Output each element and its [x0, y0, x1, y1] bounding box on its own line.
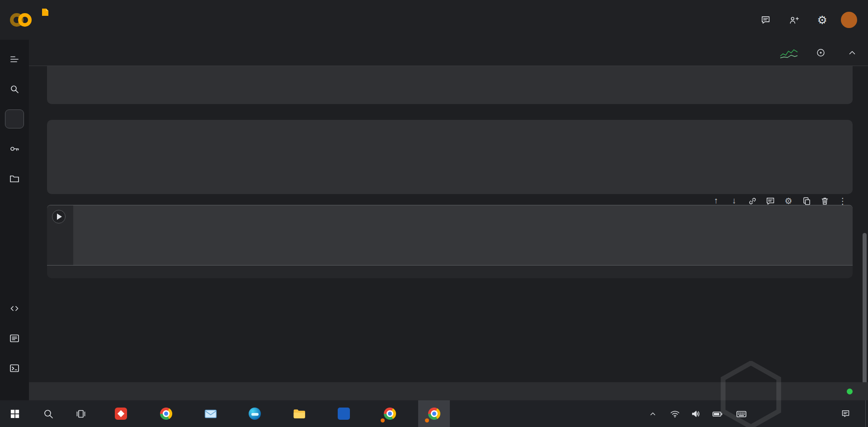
- notification-badge: [381, 418, 385, 422]
- start-button[interactable]: [2, 400, 28, 427]
- header: ⚙: [0, 0, 868, 40]
- left-sidebar: [0, 40, 29, 400]
- cell-settings-gear-button[interactable]: ⚙: [783, 194, 794, 208]
- code-editor[interactable]: [73, 66, 853, 104]
- notebook-toolbar: [29, 40, 868, 66]
- code-editor[interactable]: [73, 120, 853, 194]
- notebook-scrollbar[interactable]: [863, 233, 867, 382]
- code-editor[interactable]: [73, 205, 853, 265]
- search-icon[interactable]: [5, 80, 24, 99]
- action-center-button[interactable]: [837, 400, 854, 427]
- taskbar-clock[interactable]: [781, 400, 825, 427]
- execution-count: [47, 120, 73, 125]
- cell-gutter: [47, 205, 73, 265]
- colab-ai-button[interactable]: [816, 48, 830, 57]
- cell-gutter: [47, 120, 73, 194]
- cell-toolbar: ↑ ↓ ⚙ ⋮: [710, 194, 849, 208]
- move-cell-up-button[interactable]: ↑: [710, 194, 722, 208]
- comment-icon: [761, 15, 771, 25]
- table-of-contents-icon[interactable]: [5, 50, 24, 69]
- code-snippets-icon[interactable]: [5, 299, 24, 318]
- windows-taskbar: [0, 400, 868, 427]
- taskbar-search-button[interactable]: [35, 400, 61, 427]
- add-comment-button[interactable]: [764, 194, 776, 208]
- command-palette-icon[interactable]: [5, 329, 24, 348]
- app-chrome-icon[interactable]: [150, 400, 182, 427]
- avatar[interactable]: [841, 12, 857, 28]
- cell-38-exec-status: [29, 121, 48, 122]
- cell-37-exec-status: [29, 70, 48, 71]
- volume-icon[interactable]: [689, 400, 702, 427]
- show-desktop-strip[interactable]: [865, 400, 868, 427]
- cell-output: [47, 266, 853, 278]
- colab-ai-icon: [816, 48, 826, 57]
- network-wifi-icon[interactable]: [669, 400, 681, 427]
- copy-link-button[interactable]: [746, 194, 758, 208]
- notebook-scroll-area[interactable]: ↑ ↓ ⚙ ⋮: [29, 66, 868, 382]
- share-icon: [789, 15, 799, 25]
- colab-logo[interactable]: [0, 0, 42, 40]
- code-cell-37[interactable]: [47, 66, 853, 104]
- execution-status-bar: [29, 382, 868, 400]
- colab-window: ⚙: [0, 0, 868, 427]
- battery-icon[interactable]: [711, 400, 724, 427]
- share-button[interactable]: [789, 15, 804, 25]
- menu-bar: [42, 20, 761, 36]
- execution-count: [47, 66, 73, 74]
- notification-badge: [425, 418, 429, 422]
- code-cell-38[interactable]: [47, 120, 853, 194]
- delete-cell-button[interactable]: [819, 194, 830, 208]
- touch-keyboard-icon[interactable]: [735, 400, 748, 427]
- terminal-icon[interactable]: [5, 359, 24, 378]
- task-view-button[interactable]: [68, 400, 94, 427]
- app-red-icon[interactable]: [105, 400, 137, 427]
- code-cell-focused[interactable]: [47, 205, 853, 278]
- language-indicator[interactable]: [759, 400, 777, 427]
- collapse-header-chevron-icon[interactable]: [847, 48, 857, 58]
- duplicate-cell-button[interactable]: [801, 194, 812, 208]
- app-mail-icon[interactable]: [195, 400, 226, 427]
- resource-sparkline: [780, 46, 798, 60]
- tray-hidden-icons-chevron[interactable]: [646, 400, 659, 427]
- word-letter: [338, 408, 350, 420]
- notebook-icon: [42, 8, 49, 18]
- move-cell-down-button[interactable]: ↓: [728, 194, 740, 208]
- variables-icon[interactable]: [5, 109, 24, 128]
- app-chrome-active[interactable]: [418, 400, 450, 427]
- app-chrome2-icon[interactable]: [374, 400, 406, 427]
- recording-indicator-dot: [847, 389, 853, 394]
- run-cell-button[interactable]: [52, 210, 66, 223]
- more-actions-button[interactable]: ⋮: [837, 194, 849, 208]
- app-word-icon[interactable]: [328, 400, 359, 427]
- play-icon: [57, 214, 62, 220]
- files-folder-icon[interactable]: [5, 169, 24, 188]
- cell-gutter: [47, 66, 73, 104]
- secrets-key-icon[interactable]: [5, 139, 24, 158]
- focused-cell-exec-status: [29, 209, 48, 210]
- app-edge-icon[interactable]: [239, 400, 270, 427]
- app-file-explorer-icon[interactable]: [283, 400, 315, 427]
- comment-button[interactable]: [761, 15, 775, 25]
- cell-editor[interactable]: [47, 205, 853, 266]
- settings-gear-icon[interactable]: ⚙: [817, 14, 827, 26]
